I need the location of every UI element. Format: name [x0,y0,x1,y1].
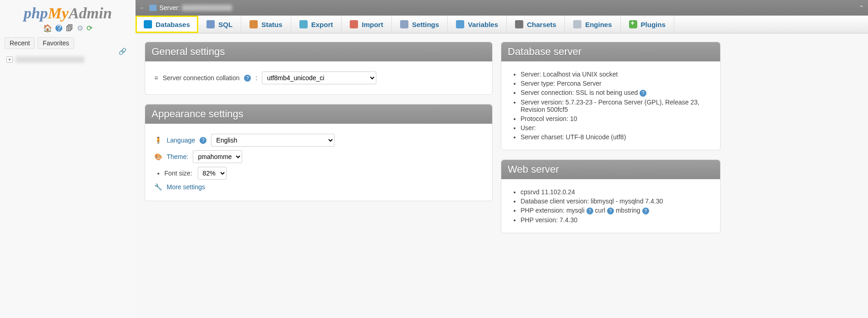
logo[interactable]: phpMyAdmin [0,0,136,24]
help-icon[interactable]: ? [55,25,62,32]
fontsize-select[interactable]: 82% [198,167,227,180]
tab-settings-label: Settings [412,21,439,28]
db-info-protocol: Protocol version: 10 [521,115,711,122]
content-right: Database server Server: Localhost via UN… [501,42,721,242]
tab-charsets[interactable]: Charsets [507,16,565,33]
db-info-type: Server type: Percona Server [521,80,711,87]
export-icon [299,20,308,28]
collation-help-icon[interactable]: ? [244,75,251,82]
topbar: ← Server: ⌃ [136,0,868,16]
mysqli-help-icon[interactable]: ? [586,208,593,214]
tab-sql[interactable]: SQL [198,16,241,33]
engines-icon [573,20,581,28]
collation-list-icon: ≡ [154,74,158,82]
tab-engines-label: Engines [585,21,612,28]
back-arrow-icon[interactable]: ← [139,4,146,11]
collation-label: Server connection collation [163,74,239,82]
tab-engines[interactable]: Engines [565,16,620,33]
db-info-connection: Server connection: SSL is not being used… [521,89,711,97]
tab-databases-label: Databases [156,21,190,28]
theme-select[interactable]: pmahomme [193,150,242,163]
db-info-version: Server version: 5.7.23-23 - Percona Serv… [521,99,711,113]
ssl-help-icon[interactable]: ? [640,90,646,97]
tab-favorites[interactable]: Favorites [38,37,74,49]
webserver-info-list: cpsrvd 11.102.0.24 Database client versi… [521,188,711,224]
home-icon[interactable]: 🏠 [43,24,52,33]
sql-icon [206,20,215,28]
server-icon [149,5,157,11]
tab-export-label: Export [311,21,333,28]
language-icon: 🧍 [154,137,162,144]
plugins-icon [629,20,637,28]
tab-import-label: Import [362,21,383,28]
collapse-icon[interactable]: ⌃ [859,4,864,11]
tab-variables-label: Variables [468,21,498,28]
language-label: Language [167,137,195,144]
logo-php: php [24,5,48,22]
charsets-icon [515,20,523,28]
db-info-charset: Server charset: UTF-8 Unicode (utf8) [521,133,711,141]
sidebar-toolbar: 🏠 ? 🗐 ⚙ ⟳ [0,24,136,35]
more-settings-link[interactable]: More settings [167,183,205,191]
language-select[interactable]: English [211,134,335,147]
web-info-ext: PHP extension: mysqli ? curl ? mbstring … [521,207,711,214]
content-left: General settings ≡ Server connection col… [145,42,493,242]
panel-appearance: Appearance settings 🧍 Language ? English… [145,104,493,201]
tab-plugins[interactable]: Plugins [621,16,674,33]
theme-label[interactable]: Theme: [167,153,188,160]
web-info-php: PHP version: 7.4.30 [521,216,711,224]
database-icon [144,20,152,28]
panel-general-head: General settings [145,42,492,61]
tab-plugins-label: Plugins [641,21,666,28]
panel-dbserver: Database server Server: Localhost via UN… [501,42,721,150]
fontsize-label: Font size: [164,170,192,177]
tab-sql-label: SQL [218,21,233,28]
web-info-cpsrvd: cpsrvd 11.102.0.24 [521,188,711,196]
db-tree[interactable]: + [0,51,136,67]
sql-doc-icon[interactable]: 🗐 [66,24,73,33]
main-tabs: Databases SQL Status Export Import Setti… [136,16,868,33]
tab-export[interactable]: Export [291,16,342,33]
status-icon [250,20,258,28]
main-area: ← Server: ⌃ Databases SQL Status Export … [136,0,868,318]
language-help-icon[interactable]: ? [200,137,206,144]
dbserver-info-list: Server: Localhost via UNIX socket Server… [521,71,711,141]
tree-expand-icon[interactable]: + [6,56,13,63]
variables-icon [456,20,464,28]
settings-gear-icon[interactable]: ⚙ [77,24,83,33]
tab-recent[interactable]: Recent [5,37,35,49]
web-info-client: Database client version: libmysql - mysq… [521,197,711,205]
curl-help-icon[interactable]: ? [607,208,614,214]
sidebar: phpMyAdmin 🏠 ? 🗐 ⚙ ⟳ Recent Favorites 🔗 … [0,0,136,318]
mbstring-help-icon[interactable]: ? [642,208,649,214]
theme-icon: 🎨 [154,153,162,160]
link-icon[interactable]: 🔗 [119,48,126,55]
reload-icon[interactable]: ⟳ [87,24,92,33]
tab-import[interactable]: Import [342,16,392,33]
panel-appearance-head: Appearance settings [145,104,492,124]
panel-webserver: Web server cpsrvd 11.102.0.24 Database c… [501,159,721,233]
collation-select[interactable]: utf8mb4_unicode_ci [262,71,376,84]
wrench-icon: 🔧 [154,183,162,191]
tab-variables[interactable]: Variables [448,16,507,33]
tab-status[interactable]: Status [241,16,291,33]
panel-general: General settings ≡ Server connection col… [145,42,493,95]
tab-charsets-label: Charsets [527,21,556,28]
tab-status-label: Status [261,21,282,28]
topbar-server-label: Server: [159,4,180,11]
panel-dbserver-head: Database server [501,42,720,61]
tree-item-blurred [16,56,84,63]
db-info-user: User: [521,124,711,132]
fontsize-row: Font size: 82% [164,167,483,180]
logo-my: My [48,5,69,22]
settings-icon [400,20,408,28]
import-icon [350,20,358,28]
logo-admin: Admin [69,5,112,22]
sidebar-tabs: Recent Favorites [0,35,136,51]
db-info-server: Server: Localhost via UNIX socket [521,71,711,78]
content: General settings ≡ Server connection col… [136,33,868,251]
panel-webserver-head: Web server [501,160,720,179]
topbar-server-name-blurred [182,5,232,11]
tab-databases[interactable]: Databases [136,16,198,33]
tab-settings[interactable]: Settings [392,16,448,33]
